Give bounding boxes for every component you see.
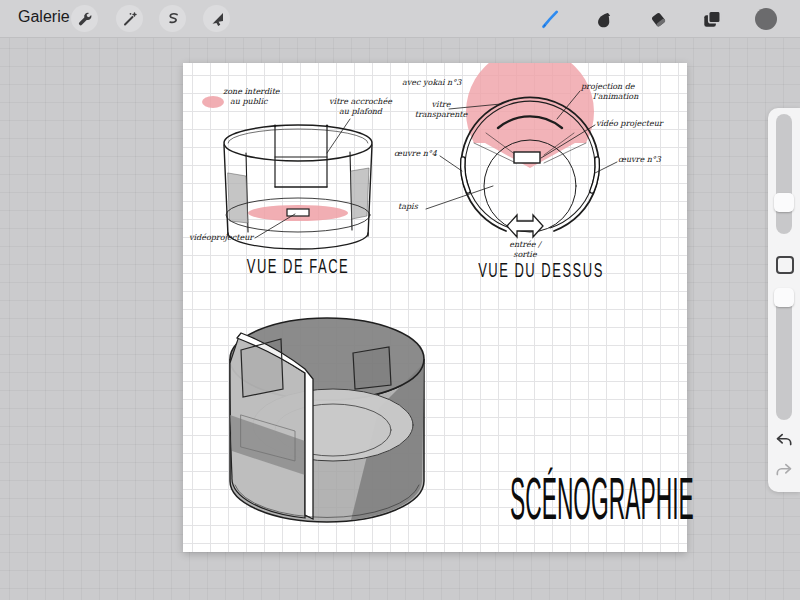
top-view-oeuvre3-label: œuvre n°3	[618, 155, 661, 165]
transform-button[interactable]	[203, 5, 230, 32]
brush-icon	[538, 8, 560, 30]
actions-button[interactable]	[71, 5, 98, 32]
layers-icon	[701, 8, 723, 30]
top-view-vitre-label: vitre transparente	[409, 100, 473, 119]
top-view-projection-label: projection de l'animation	[581, 82, 638, 101]
smudge-tool-button[interactable]	[590, 6, 616, 32]
layers-button[interactable]	[699, 6, 725, 32]
color-swatch-icon	[754, 7, 778, 31]
wrench-icon	[76, 10, 94, 28]
leader-line	[440, 156, 462, 171]
redo-button[interactable]	[773, 460, 795, 482]
eraser-tool-button[interactable]	[645, 6, 671, 32]
brush-tool-button[interactable]	[536, 6, 562, 32]
front-view-projector-label: vidéoprojecteur	[189, 233, 253, 243]
legend-label: zone interdite au public	[223, 87, 280, 106]
gallery-button[interactable]: Galerie	[18, 8, 70, 26]
top-view-tapis-label: tapis	[398, 202, 418, 212]
top-view-projector-label: vidéo projecteur	[596, 119, 663, 129]
opacity-slider[interactable]	[776, 288, 792, 420]
scenography-title: SCÉNOGRAPHIE	[510, 464, 694, 534]
side-control-bar	[768, 108, 800, 492]
front-view-sketch	[224, 119, 372, 249]
color-swatch-button[interactable]	[753, 6, 779, 32]
legend-pink-swatch	[202, 96, 224, 108]
leader-line	[426, 186, 493, 209]
top-view-title: VUE DU DESSUS	[476, 258, 606, 282]
brush-size-handle[interactable]	[774, 193, 794, 212]
entry-exit-label: entrée / sortie	[503, 240, 547, 259]
brush-size-slider[interactable]	[776, 114, 792, 234]
modify-button[interactable]	[776, 256, 794, 274]
undo-button[interactable]	[773, 430, 795, 452]
magic-wand-icon	[121, 10, 139, 28]
entry-exit-arrow	[507, 215, 543, 237]
selection-s-icon	[164, 10, 182, 28]
drawing-canvas[interactable]: zone interdite au public vitre accrochée…	[183, 63, 687, 552]
transform-arrow-icon	[208, 10, 226, 28]
eraser-icon	[647, 8, 669, 30]
front-view-title: VUE DE FACE	[233, 254, 363, 278]
undo-icon	[773, 430, 795, 452]
redo-icon	[773, 460, 795, 482]
leader-line	[327, 119, 350, 153]
front-view-vitre-label: vitre accrochée au plafond	[313, 97, 408, 116]
top-toolbar: Galerie	[0, 0, 800, 38]
top-view-yokai-label: avec yokai n°3	[402, 78, 461, 88]
perspective-view-sketch	[230, 318, 424, 522]
smudge-icon	[592, 8, 614, 30]
opacity-handle[interactable]	[774, 288, 794, 307]
procreate-window: Galerie	[0, 0, 800, 600]
selection-button[interactable]	[159, 5, 186, 32]
top-view-projector	[514, 152, 540, 163]
top-view-oeuvre4-label: œuvre n°4	[394, 149, 437, 159]
adjustments-button[interactable]	[116, 5, 143, 32]
front-view-projector	[287, 209, 309, 216]
